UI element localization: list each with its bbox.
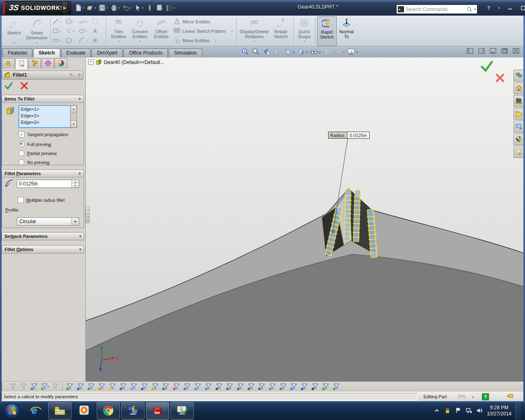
trim-region-tool-button[interactable]: [91, 17, 104, 26]
filter-planes-button[interactable]: [128, 382, 139, 391]
view-orientation-button[interactable]: ▾: [284, 48, 294, 57]
filter-axes-button[interactable]: [118, 382, 128, 391]
dropdown-caret-icon[interactable]: ▼: [71, 218, 79, 225]
hide-show-items-button[interactable]: ▾: [310, 48, 321, 57]
dropdown-caret-icon[interactable]: ▾: [48, 385, 49, 388]
filter-weld-symbols-button[interactable]: [256, 382, 267, 391]
spline-tool-button[interactable]: ▾: [78, 17, 91, 26]
tab-evaluate[interactable]: Evaluate: [61, 48, 91, 57]
displaymanager-tab[interactable]: [55, 58, 67, 68]
mirror-entities-button[interactable]: Mirror Entities: [173, 18, 233, 26]
filter-sketch-points-button[interactable]: [139, 382, 150, 391]
view-settings-button[interactable]: ▾: [334, 48, 345, 57]
dropdown-caret-icon[interactable]: ▾: [319, 50, 321, 54]
edge-list-item[interactable]: Edge<2>: [19, 112, 70, 119]
dropdown-caret-icon[interactable]: ▾: [82, 6, 84, 10]
configurationmanager-tab[interactable]: [28, 58, 41, 68]
measure-button[interactable]: [145, 2, 154, 14]
confirmation-ok-button[interactable]: [480, 61, 493, 72]
radio-icon[interactable]: [18, 150, 25, 156]
filter-surface-bodies-button[interactable]: [96, 382, 107, 391]
fillet-options-header[interactable]: Fillet Options «: [2, 246, 84, 253]
filter-edges-button[interactable]: [75, 382, 86, 391]
chrome-taskbar-button[interactable]: [97, 402, 120, 420]
tree-expand-icon[interactable]: +: [88, 59, 94, 65]
filter-toggle-button[interactable]: [7, 382, 18, 391]
gear-model-3d-view[interactable]: X: [86, 57, 525, 381]
remote-terminal-taskbar-button[interactable]: [121, 402, 144, 420]
section-view-button[interactable]: [273, 48, 281, 57]
filter-cosmetic-threads-button[interactable]: [310, 382, 320, 391]
options-button[interactable]: ▾: [165, 2, 176, 14]
volume-icon[interactable]: [476, 407, 483, 415]
filter-connection-points-button[interactable]: [320, 382, 331, 391]
restore-document-button[interactable]: [501, 48, 508, 55]
radio-icon[interactable]: [18, 159, 25, 165]
zoom-to-area-button[interactable]: [252, 48, 260, 57]
quick-tips-icon[interactable]: ?: [482, 393, 489, 400]
fillet-parameters-header[interactable]: Fillet Parameters «: [2, 170, 84, 178]
dropdown-caret-icon[interactable]: ▾: [94, 6, 96, 10]
minimize-document-button[interactable]: [490, 48, 496, 55]
line-tool-button[interactable]: ▾: [52, 17, 65, 26]
display-delete-relations-button[interactable]: Display/Delete Relations ▾: [238, 16, 270, 46]
minimize-button[interactable]: [505, 4, 514, 11]
dropdown-caret-icon[interactable]: ▾: [173, 6, 175, 10]
taskbar-clock[interactable]: 9:28 PM 10/27/2014: [487, 405, 511, 417]
dropdown-caret-icon[interactable]: ▾: [142, 6, 144, 10]
show-left-pane-button[interactable]: [467, 48, 473, 55]
system-monitor-taskbar-button[interactable]: [171, 402, 194, 420]
convert-entities-button[interactable]: Convert Entities ▾: [129, 16, 151, 46]
custom-properties-tab[interactable]: [514, 146, 524, 158]
text-tool-button[interactable]: A: [91, 27, 104, 36]
linear-pattern-dropdown-caret[interactable]: ▾: [231, 30, 233, 33]
straight-slot-tool-button[interactable]: ▾: [52, 36, 65, 45]
dropdown-caret-icon[interactable]: ▾: [293, 50, 294, 54]
smart-dimension-button[interactable]: Smart Dimension ▾: [25, 16, 48, 46]
dropdown-caret-icon[interactable]: ▾: [59, 30, 61, 33]
zoom-to-fit-button[interactable]: [241, 48, 249, 57]
tab-simulation[interactable]: Simulation: [169, 48, 202, 57]
help-dropdown-caret[interactable]: ▾: [497, 4, 501, 11]
show-right-pane-button[interactable]: [478, 48, 485, 55]
filter-midpoints-button[interactable]: [171, 382, 182, 391]
filter-sketches-button[interactable]: [150, 382, 160, 391]
filter-multiple-button[interactable]: [18, 382, 29, 391]
solidworks-forum-tab[interactable]: [514, 70, 524, 82]
edge-list-scrollbar[interactable]: ▲ ▼: [70, 105, 77, 128]
open-document-button[interactable]: ▾: [86, 2, 97, 14]
media-player-taskbar-button[interactable]: [73, 402, 95, 419]
search-scope-icon[interactable]: ▸_: [398, 6, 404, 12]
preview-option-no-preview[interactable]: No preview: [18, 159, 50, 165]
dropdown-caret-icon[interactable]: ▾: [86, 20, 87, 23]
search-commands-box[interactable]: ▸_ Search Commands ▾: [396, 5, 477, 14]
move-entities-dropdown-caret[interactable]: ▾: [215, 39, 217, 43]
display-options-button[interactable]: ▾: [347, 48, 358, 57]
rapid-sketch-button[interactable]: Rapid Sketch: [317, 16, 337, 46]
print-document-button[interactable]: ▾: [110, 2, 121, 14]
scroll-up-icon[interactable]: ▲: [71, 105, 77, 112]
spin-up-icon[interactable]: ▲: [72, 180, 79, 184]
windows-explorer-taskbar-button[interactable]: [48, 402, 71, 420]
circle-tool-button[interactable]: ▾: [65, 17, 78, 26]
dropdown-caret-icon[interactable]: ▾: [86, 39, 87, 42]
collapse-chevron-icon[interactable]: «: [78, 98, 82, 100]
start-button[interactable]: [3, 402, 21, 420]
filter-weld-beads-button[interactable]: [267, 382, 278, 391]
appearances-scenes-tab[interactable]: [514, 133, 524, 145]
filter-faces-button[interactable]: [86, 382, 96, 391]
toolbar-drag-handle[interactable]: [2, 383, 5, 390]
scroll-down-icon[interactable]: ▼: [71, 121, 77, 128]
filter-datum-targets-button[interactable]: [278, 382, 288, 391]
expand-chevron-icon[interactable]: «: [78, 248, 82, 251]
search-icon[interactable]: [467, 7, 472, 12]
dropdown-caret-icon[interactable]: ▾: [130, 6, 132, 10]
close-document-button[interactable]: [513, 48, 519, 55]
edge-list-item[interactable]: Edge<1>: [19, 106, 70, 112]
solidworks-resources-tab[interactable]: [514, 82, 524, 94]
dropdown-caret-icon[interactable]: ▾: [106, 6, 108, 10]
dropdown-caret-icon[interactable]: ▾: [118, 6, 120, 10]
display-style-button[interactable]: ▾: [297, 48, 308, 57]
network-icon[interactable]: [466, 407, 472, 415]
radius-value[interactable]: 0.0125in: [17, 181, 71, 187]
